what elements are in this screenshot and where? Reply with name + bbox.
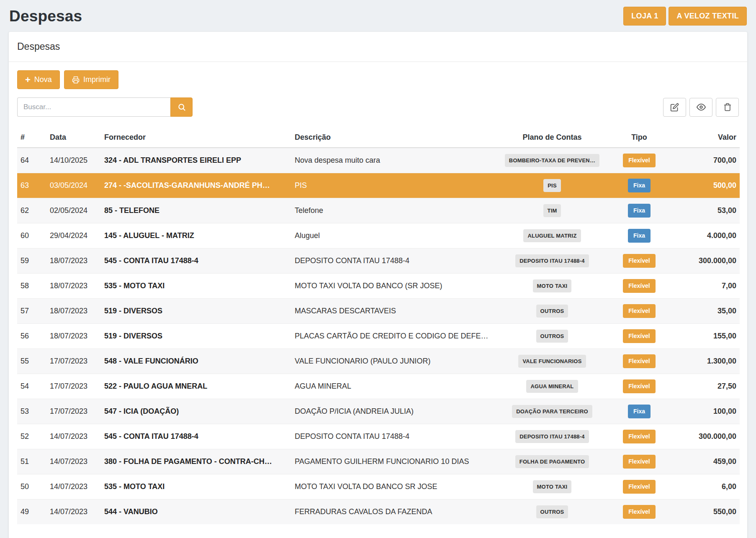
row-description: DEPOSITO CONTA ITAU 17488-4 xyxy=(291,249,501,274)
table-row[interactable]: 57 18/07/2023 519 - DIVERSOS MASCARAS DE… xyxy=(17,299,740,324)
row-type-cell: Flexível xyxy=(604,274,675,299)
row-id: 50 xyxy=(17,474,46,500)
row-supplier: 380 - FOLHA DE PAGAMENTO - CONTRA-CH… xyxy=(101,449,291,474)
row-id: 54 xyxy=(17,374,46,399)
row-date: 14/07/2023 xyxy=(46,424,101,449)
row-value: 27,50 xyxy=(675,374,740,399)
row-account-cell: TIM xyxy=(501,198,604,223)
row-description: Aluguel xyxy=(291,223,501,249)
row-account-cell: VALE FUNCIONARIOS xyxy=(501,349,604,374)
store-button[interactable]: LOJA 1 xyxy=(623,7,666,26)
row-type-cell: Flexível xyxy=(604,324,675,349)
row-date: 14/10/2025 xyxy=(46,148,101,173)
row-account-cell: MOTO TAXI xyxy=(501,474,604,500)
account-badge: TIM xyxy=(543,204,561,217)
row-value: 700,00 xyxy=(675,148,740,173)
type-badge: Flexível xyxy=(623,154,655,167)
table-row[interactable]: 53 17/07/2023 547 - ICIA (DOAÇÃO) DOAÇÃO… xyxy=(17,399,740,424)
row-id: 51 xyxy=(17,449,46,474)
search-group xyxy=(17,97,193,117)
row-type-cell: Flexível xyxy=(604,148,675,173)
search-button[interactable] xyxy=(170,97,193,117)
row-description: Nova despesa muito cara xyxy=(291,148,501,173)
row-supplier: 519 - DIVERSOS xyxy=(101,299,291,324)
row-value: 155,00 xyxy=(675,324,740,349)
table-row[interactable]: 55 17/07/2023 548 - VALE FUNCIONÁRIO VAL… xyxy=(17,349,740,374)
card-title: Despesas xyxy=(17,41,60,52)
edit-button[interactable] xyxy=(663,98,686,117)
row-id: 53 xyxy=(17,399,46,424)
type-badge: Flexível xyxy=(623,480,655,494)
table-row[interactable]: 52 14/07/2023 545 - CONTA ITAU 17488-4 D… xyxy=(17,424,740,449)
account-badge: OUTROS xyxy=(536,505,568,518)
col-header-account: Plano de Contas xyxy=(501,128,604,148)
row-type-cell: Fixa xyxy=(604,223,675,249)
col-header-date: Data xyxy=(46,128,101,148)
edit-icon xyxy=(670,103,679,112)
despesas-page: Despesas LOJA 1 A VELOZ TEXTIL Despesas … xyxy=(0,0,756,538)
table-row[interactable]: 64 14/10/2025 324 - ADL TRANSPORTES EIRE… xyxy=(17,148,740,173)
search-input[interactable] xyxy=(17,97,170,117)
row-description: DOAÇÃO P/ICIA (ANDREIA JULIA) xyxy=(291,399,501,424)
row-date: 18/07/2023 xyxy=(46,249,101,274)
row-value: 35,00 xyxy=(675,299,740,324)
row-date: 18/07/2023 xyxy=(46,324,101,349)
search-row xyxy=(17,97,739,117)
col-header-supplier: Fornecedor xyxy=(101,128,291,148)
company-button[interactable]: A VELOZ TEXTIL xyxy=(669,7,747,26)
new-expense-button[interactable]: + Nova xyxy=(17,70,60,89)
table-row[interactable]: 60 29/04/2024 145 - ALUGUEL - MATRIZ Alu… xyxy=(17,223,740,249)
account-badge: VALE FUNCIONARIOS xyxy=(518,355,586,368)
type-badge: Flexível xyxy=(623,430,655,443)
table-row[interactable]: 56 18/07/2023 519 - DIVERSOS PLACAS CART… xyxy=(17,324,740,349)
type-badge: Fixa xyxy=(628,229,651,243)
row-description: PLACAS CARTÃO DE CREDITO E CODIGO DE DEF… xyxy=(291,324,501,349)
row-date: 03/05/2024 xyxy=(46,173,101,198)
print-button[interactable]: Imprimir xyxy=(64,70,118,89)
row-date: 17/07/2023 xyxy=(46,374,101,399)
row-account-cell: FOLHA DE PAGAMENTO xyxy=(501,449,604,474)
row-id: 64 xyxy=(17,148,46,173)
row-value: 100,00 xyxy=(675,399,740,424)
table-row[interactable]: 54 17/07/2023 522 - PAULO AGUA MNERAL AG… xyxy=(17,374,740,399)
table-row[interactable]: 49 14/07/2023 544 - VANUBIO FERRADURAS C… xyxy=(17,500,740,525)
row-account-cell: MOTO TAXI xyxy=(501,274,604,299)
account-badge: DEPOSITO ITAU 17488-4 xyxy=(515,254,589,267)
card-header: Despesas xyxy=(9,32,747,62)
account-badge: OUTROS xyxy=(536,330,568,343)
plus-icon: + xyxy=(25,75,31,85)
account-badge: DEPOSITO ITAU 17488-4 xyxy=(515,430,589,443)
row-value: 7,00 xyxy=(675,274,740,299)
row-supplier: 145 - ALUGUEL - MATRIZ xyxy=(101,223,291,249)
row-account-cell: OUTROS xyxy=(501,299,604,324)
table-row[interactable]: 51 14/07/2023 380 - FOLHA DE PAGAMENTO -… xyxy=(17,449,740,474)
table-row[interactable]: 58 18/07/2023 535 - MOTO TAXI MOTO TAXI … xyxy=(17,274,740,299)
row-id: 56 xyxy=(17,324,46,349)
view-button[interactable] xyxy=(689,98,712,117)
row-supplier: 545 - CONTA ITAU 17488-4 xyxy=(101,249,291,274)
type-badge: Flexível xyxy=(623,279,655,293)
row-type-cell: Flexível xyxy=(604,500,675,525)
table-row[interactable]: 50 14/07/2023 535 - MOTO TAXI MOTO TAXI … xyxy=(17,474,740,500)
delete-button[interactable] xyxy=(716,98,739,117)
row-id: 59 xyxy=(17,249,46,274)
type-badge: Flexível xyxy=(623,455,655,469)
table-row[interactable]: 59 18/07/2023 545 - CONTA ITAU 17488-4 D… xyxy=(17,249,740,274)
type-badge: Fixa xyxy=(628,179,651,192)
row-date: 02/05/2024 xyxy=(46,198,101,223)
row-description: MASCARAS DESCARTAVEIS xyxy=(291,299,501,324)
row-description: Telefone xyxy=(291,198,501,223)
col-header-id: # xyxy=(17,128,46,148)
row-account-cell: OUTROS xyxy=(501,324,604,349)
row-account-cell: DEPOSITO ITAU 17488-4 xyxy=(501,249,604,274)
row-value: 459,00 xyxy=(675,449,740,474)
row-value: 4.000,00 xyxy=(675,223,740,249)
type-badge: Flexível xyxy=(623,304,655,318)
table-row[interactable]: 63 03/05/2024 274 - -SACOLITAS-GARANHUNS… xyxy=(17,173,740,198)
row-id: 52 xyxy=(17,424,46,449)
account-badge: BOMBEIRO-TAXA DE PREVEN… xyxy=(505,154,599,167)
page-header: Despesas LOJA 1 A VELOZ TEXTIL xyxy=(0,0,756,31)
table-row[interactable]: 62 02/05/2024 85 - TELEFONE Telefone TIM… xyxy=(17,198,740,223)
row-date: 18/07/2023 xyxy=(46,274,101,299)
row-description: AGUA MINERAL xyxy=(291,374,501,399)
